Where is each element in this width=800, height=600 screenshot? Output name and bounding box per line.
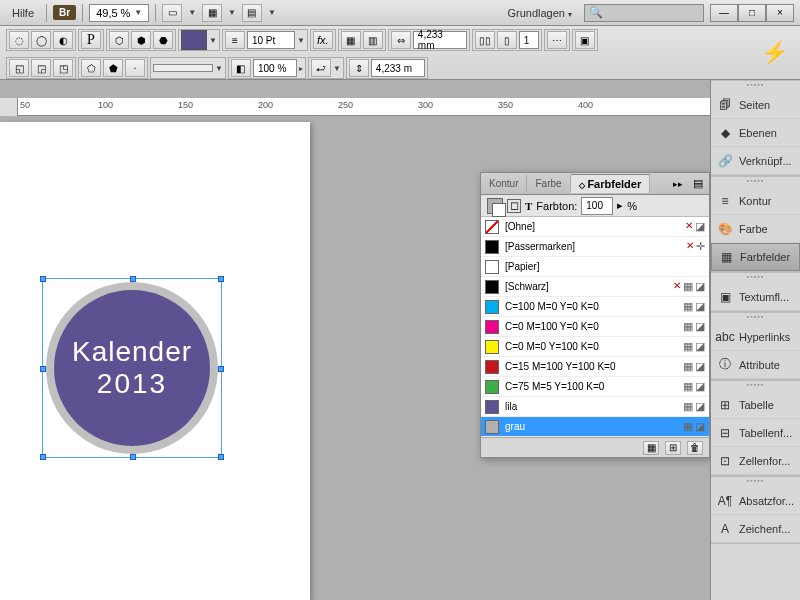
tool-icon[interactable]: ◳ xyxy=(53,59,73,77)
panel-kontur[interactable]: ≡Kontur xyxy=(711,187,800,215)
fx-button[interactable]: fx. xyxy=(313,31,333,49)
panel-menu-icon[interactable]: ▤ xyxy=(687,177,709,190)
width-input[interactable]: 4,233 mm xyxy=(413,31,467,49)
swatch-flags: ✕▦◪ xyxy=(673,280,705,293)
text-icon[interactable]: T xyxy=(525,200,532,212)
tool-icon[interactable]: ◯ xyxy=(31,31,51,49)
align-button[interactable]: ▥ xyxy=(363,31,383,49)
opacity-icon: ◧ xyxy=(231,59,251,77)
panel-hyperlinks[interactable]: abcHyperlinks xyxy=(711,323,800,351)
pages-icon: 🗐 xyxy=(717,97,733,113)
selection-handle[interactable] xyxy=(130,454,136,460)
panel-collapse-icon[interactable]: ▸▸ xyxy=(669,179,687,189)
panel-zellenformate[interactable]: ⊡Zellenfor... xyxy=(711,447,800,475)
panel-verknuepfungen[interactable]: 🔗Verknüpf... xyxy=(711,147,800,175)
zoom-value: 49,5 % xyxy=(96,7,130,19)
tool-icon[interactable]: ⬞ xyxy=(125,59,145,77)
swatch-row[interactable]: grau▦◪ xyxy=(481,417,709,437)
columns-input[interactable]: 1 xyxy=(519,31,539,49)
swatch-row[interactable]: [Schwarz]✕▦◪ xyxy=(481,277,709,297)
close-button[interactable]: × xyxy=(766,4,794,22)
tool-icon[interactable]: ◐ xyxy=(53,31,73,49)
container-icon[interactable]: ◻ xyxy=(507,199,521,213)
tool-icon[interactable]: ⬢ xyxy=(131,31,151,49)
tint-suffix: % xyxy=(627,200,637,212)
tool-icon[interactable]: ⬟ xyxy=(103,59,123,77)
tab-farbe[interactable]: Farbe xyxy=(527,175,570,192)
maximize-button[interactable]: □ xyxy=(738,4,766,22)
align-button[interactable]: ▦ xyxy=(341,31,361,49)
attributes-icon: ⓘ xyxy=(717,357,733,373)
screen-mode-button[interactable]: ▭ xyxy=(162,4,182,22)
swatch-row[interactable]: C=75 M=5 Y=100 K=0▦◪ xyxy=(481,377,709,397)
bridge-badge[interactable]: Br xyxy=(53,5,76,20)
swatch-row[interactable]: C=15 M=100 Y=100 K=0▦◪ xyxy=(481,357,709,377)
swatch-flags: ▦◪ xyxy=(683,340,705,353)
panel-ebenen[interactable]: ◆Ebenen xyxy=(711,119,800,147)
tablestyles-icon: ⊟ xyxy=(717,425,733,441)
tint-input[interactable]: 100 xyxy=(581,197,613,215)
options-button[interactable]: ⋯ xyxy=(547,31,567,49)
arrange-button[interactable]: ▦ xyxy=(202,4,222,22)
minimize-button[interactable]: — xyxy=(710,4,738,22)
fill-stroke-swatch[interactable] xyxy=(181,30,207,50)
selection-handle[interactable] xyxy=(218,366,224,372)
table-icon: ⊞ xyxy=(717,397,733,413)
selection-handle[interactable] xyxy=(130,276,136,282)
panel-farbfelder[interactable]: ▦Farbfelder xyxy=(711,243,800,271)
tint-slider-icon[interactable]: ▸ xyxy=(617,199,623,212)
stroke-line[interactable] xyxy=(153,64,213,72)
tab-farbfelder[interactable]: ◇ Farbfelder xyxy=(571,174,651,193)
frame-button[interactable]: ▣ xyxy=(575,31,595,49)
swatch-row[interactable]: C=100 M=0 Y=0 K=0▦◪ xyxy=(481,297,709,317)
textwrap-icon: ▣ xyxy=(717,289,733,305)
panel-farbe[interactable]: 🎨Farbe xyxy=(711,215,800,243)
swatch-row[interactable]: [Passermarken]✕✛ xyxy=(481,237,709,257)
swatch-row[interactable]: [Ohne]✕◪ xyxy=(481,217,709,237)
panel-attribute[interactable]: ⓘAttribute xyxy=(711,351,800,379)
stroke-style-button[interactable]: ≡ xyxy=(225,31,245,49)
swatch-flags: ✕◪ xyxy=(685,220,705,233)
selection-handle[interactable] xyxy=(218,276,224,282)
show-swatches-button[interactable]: ▦ xyxy=(643,441,659,455)
view-options-button[interactable]: ▤ xyxy=(242,4,262,22)
tool-icon[interactable]: ⬡ xyxy=(109,31,129,49)
height-input[interactable]: 4,233 m xyxy=(371,59,425,77)
tab-kontur[interactable]: Kontur xyxy=(481,175,527,192)
delete-swatch-button[interactable]: 🗑 xyxy=(687,441,703,455)
panel-absatzformate[interactable]: A¶Absatzfor... xyxy=(711,487,800,515)
selection-handle[interactable] xyxy=(218,454,224,460)
search-input[interactable]: 🔍 xyxy=(584,4,704,22)
panel-zeichenformate[interactable]: AZeichenf... xyxy=(711,515,800,543)
tool-icon[interactable]: ⬠ xyxy=(81,59,101,77)
tool-icon[interactable]: ⬣ xyxy=(153,31,173,49)
zoom-dropdown[interactable]: 49,5 %▼ xyxy=(89,4,149,22)
tool-icon[interactable]: ◱ xyxy=(9,59,29,77)
panel-tabelle[interactable]: ⊞Tabelle xyxy=(711,391,800,419)
panel-textumfluss[interactable]: ▣Textumfl... xyxy=(711,283,800,311)
quick-apply-icon[interactable]: ⚡ xyxy=(761,40,788,66)
swatch-row[interactable]: [Papier] xyxy=(481,257,709,277)
panel-tabellenformate[interactable]: ⊟Tabellenf... xyxy=(711,419,800,447)
new-swatch-button[interactable]: ⊞ xyxy=(665,441,681,455)
workspace-dropdown[interactable]: Grundlagen ▾ xyxy=(501,5,578,21)
wrap-button[interactable]: ⮐ xyxy=(311,59,331,77)
menu-help[interactable]: Hilfe xyxy=(6,5,40,21)
panel-seiten[interactable]: 🗐Seiten xyxy=(711,91,800,119)
tool-icon[interactable]: ◲ xyxy=(31,59,51,77)
char-format-button[interactable]: P xyxy=(81,31,101,49)
selection-box[interactable] xyxy=(42,278,222,458)
swatch-chip xyxy=(485,360,499,374)
tool-icon[interactable]: ◌ xyxy=(9,31,29,49)
tint-label: Farbton: xyxy=(536,200,577,212)
swatch-row[interactable]: C=0 M=0 Y=100 K=0▦◪ xyxy=(481,337,709,357)
selection-handle[interactable] xyxy=(40,454,46,460)
stroke-weight-input[interactable]: 10 Pt xyxy=(247,31,295,49)
opacity-input[interactable]: 100 % xyxy=(253,59,297,77)
swatch-row[interactable]: C=0 M=100 Y=0 K=0▦◪ xyxy=(481,317,709,337)
fill-proxy[interactable] xyxy=(487,198,503,214)
selection-handle[interactable] xyxy=(40,276,46,282)
swatch-row[interactable]: lila▦◪ xyxy=(481,397,709,417)
swatch-flags: ▦◪ xyxy=(683,320,705,333)
selection-handle[interactable] xyxy=(40,366,46,372)
